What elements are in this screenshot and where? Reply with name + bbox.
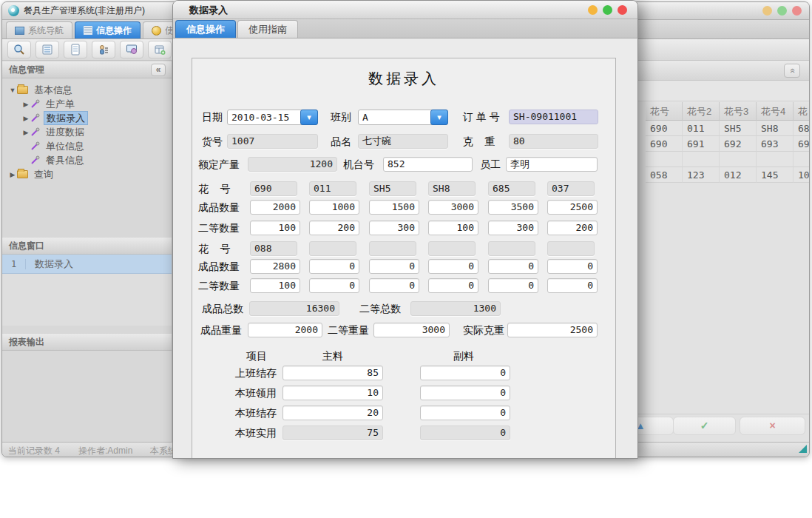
expand-arrow-icon[interactable]: ▼ [8,87,17,94]
cancel-button[interactable]: × [740,417,805,435]
second-qty-input[interactable]: 100 [250,278,300,293]
pattern-no-label: 花 号 [198,241,231,257]
finished-qty-input[interactable]: 0 [428,259,478,274]
second-qty-input[interactable]: 200 [547,221,598,235]
date-combobox[interactable]: 2010-03-15 ▾ [227,110,318,125]
resize-grip[interactable] [799,445,807,453]
document-button[interactable] [64,41,87,58]
tree-item-unit-info[interactable]: 单位信息 [2,139,172,153]
tab-info-operation[interactable]: 信息操作 [75,21,141,38]
employee-input[interactable]: 李明 [506,157,598,172]
finished-qty-input[interactable]: 2500 [547,200,598,215]
main-material-input[interactable]: 20 [282,406,383,420]
finished-qty-input[interactable]: 1500 [369,200,419,215]
dialog-tab-info-operation[interactable]: 信息操作 [175,20,236,38]
finished-qty-input[interactable]: 0 [488,259,538,274]
tab-system-nav[interactable]: 系统导航 [6,21,72,38]
finished-qty-input[interactable]: 3000 [428,200,478,215]
table-row[interactable]: 058 123 012 145 10 [646,167,809,183]
table-row[interactable] [646,152,809,167]
cell: 690 [646,136,683,152]
tree-item-basic-info[interactable]: ▼ 基本信息 [2,83,172,97]
finished-qty-input[interactable]: 2800 [250,259,300,274]
aux-material-input[interactable]: 0 [420,406,510,420]
pattern-field: SH5 [369,181,416,196]
column-header[interactable]: 花号3 [720,102,757,121]
dialog-tab-guide[interactable]: 使用指南 [237,20,298,38]
expand-arrow-icon[interactable]: ▶ [8,171,17,178]
table-add-button[interactable] [148,41,172,58]
column-header[interactable]: 花号 [646,102,683,121]
send-icon: ▴ [637,420,643,431]
cell: SH8 [757,121,794,136]
column-header[interactable]: 花 [794,102,809,121]
aux-material-input[interactable]: 0 [420,366,510,380]
second-qty-input[interactable]: 0 [428,278,478,293]
actual-gram-input[interactable]: 2500 [507,323,598,337]
expand-arrow-icon[interactable]: ▶ [21,129,30,136]
column-header[interactable]: 花号2 [683,102,720,121]
tree-item-production-order[interactable]: ▶ 生产单 [2,97,172,111]
user-settings-button[interactable] [92,41,115,58]
column-header[interactable]: 花号4 [757,102,794,121]
finished-qty-input[interactable]: 2000 [250,200,300,215]
tree-item-progress-data[interactable]: ▶ 进度数据 [2,125,172,139]
list-button[interactable] [35,41,59,58]
data-entry-dialog: 数据录入 信息操作 使用指南 数据录入 日期 2010-03-15 ▾ 班别 A… [172,0,638,459]
tree-item-query[interactable]: ▶ 查询 [2,167,172,181]
expand-arrow-icon[interactable]: ▶ [21,101,30,108]
materials-col-main: 主料 [322,349,343,364]
pattern-field: 088 [250,241,297,256]
tree-item-tableware-info[interactable]: 餐具信息 [2,153,172,167]
second-qty-input[interactable]: 0 [369,278,419,293]
order-no-field[interactable]: SH-09011001 [509,110,598,124]
main-material-input[interactable]: 10 [282,386,383,400]
finished-qty-input[interactable]: 0 [369,259,419,274]
minimize-button[interactable] [588,5,598,15]
pattern-field [369,241,416,256]
machine-no-input[interactable]: 852 [383,157,473,172]
finished-qty-input[interactable]: 0 [547,259,598,274]
close-button[interactable] [792,6,802,16]
main-material-input[interactable]: 85 [282,366,383,380]
finished-qty-input[interactable]: 0 [309,259,359,274]
finished-qty-input[interactable]: 3500 [488,200,538,215]
monitor-button[interactable] [120,41,143,58]
date-label: 日期 [202,110,223,125]
minimize-button[interactable] [762,6,772,16]
zoom-button[interactable] [603,5,612,15]
cell [683,152,720,167]
second-qty-input[interactable]: 100 [428,221,478,235]
chevron-down-icon[interactable]: ▾ [430,110,448,125]
second-qty-input[interactable]: 0 [488,278,538,293]
main-material-field: 75 [282,426,383,440]
aux-material-input[interactable]: 0 [420,386,510,400]
chevron-down-icon[interactable]: ▾ [300,110,318,125]
second-qty-input[interactable]: 100 [250,221,300,235]
second-qty-input[interactable]: 300 [369,221,419,235]
search-button[interactable] [7,41,31,58]
second-qty-input[interactable]: 200 [309,221,359,235]
panel-collapse-button[interactable]: « [784,64,800,78]
finished-weight-input[interactable]: 2000 [248,323,322,337]
table-row[interactable]: 690 691 692 693 69 [646,136,809,152]
cell: 145 [757,167,794,183]
finished-qty-input[interactable]: 1000 [309,200,359,215]
quota-field: 1200 [248,157,337,172]
sidebar-collapse-button[interactable]: « [151,64,166,76]
second-qty-input[interactable]: 300 [488,221,538,235]
info-window-row[interactable]: 1 数据录入 [2,255,172,274]
zoom-button[interactable] [777,6,787,16]
expand-arrow-icon[interactable]: ▶ [21,115,30,122]
confirm-button[interactable]: ✓ [673,417,736,435]
shift-combobox[interactable]: A ▾ [358,110,448,125]
materials-row-label: 本班实用 [235,426,277,441]
second-qty-input[interactable]: 0 [547,278,598,293]
finished-qty-label: 成品数量 [198,259,240,275]
second-qty-input[interactable]: 0 [309,278,359,293]
user-icon [98,44,109,56]
close-button[interactable] [618,5,627,15]
second-weight-input[interactable]: 3000 [373,323,450,337]
table-row[interactable]: 690 011 SH5 SH8 68 [646,121,809,136]
tree-item-data-entry[interactable]: ▶ 数据录入 [2,111,172,125]
